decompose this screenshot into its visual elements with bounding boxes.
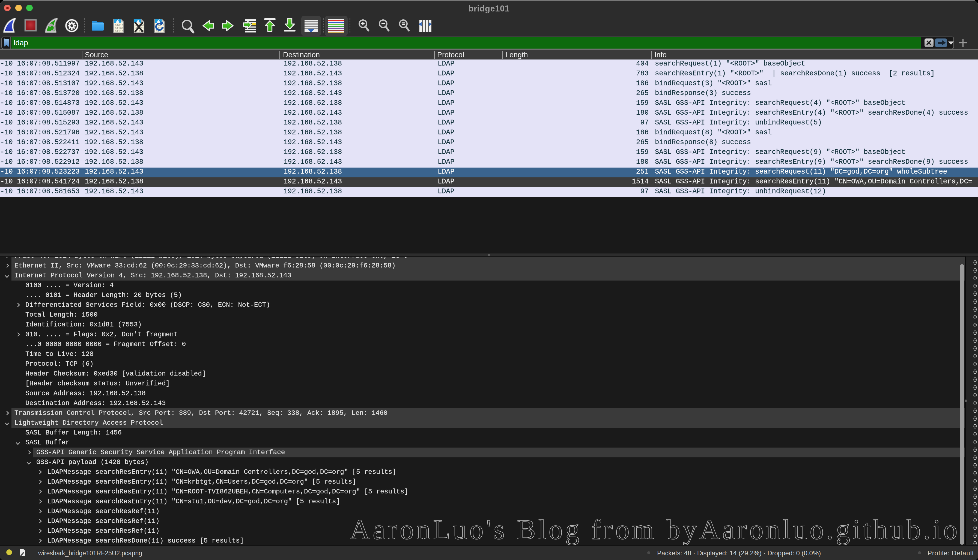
svg-text:01110: 01110	[115, 30, 123, 33]
